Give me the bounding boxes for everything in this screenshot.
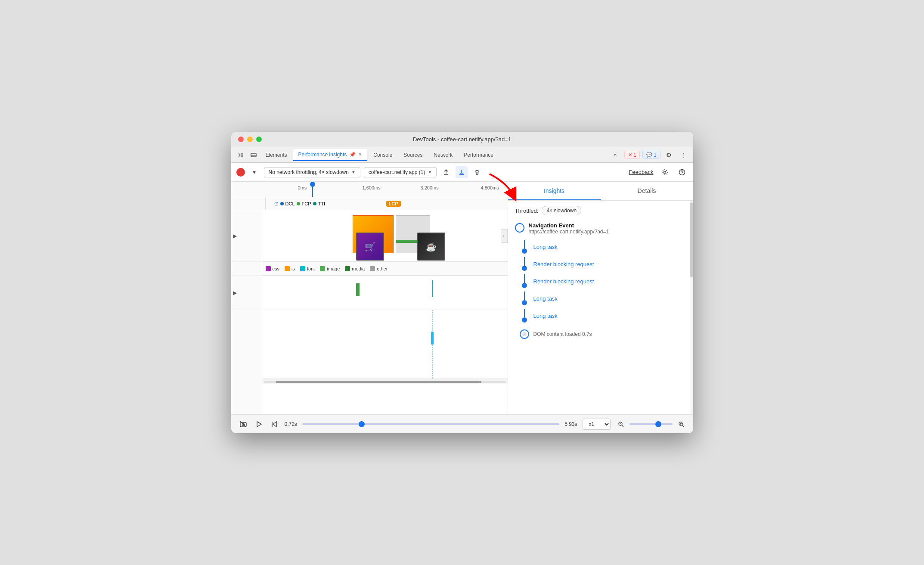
expand-row-2[interactable]: ▶: [231, 276, 262, 310]
tab-elements[interactable]: Elements: [260, 149, 292, 161]
tab-close-icon[interactable]: ✕: [358, 152, 362, 157]
tab-sources[interactable]: Sources: [398, 149, 428, 161]
timeline-items-list: Long task Render blocking request: [515, 238, 686, 339]
long-task-1-link[interactable]: Long task: [533, 244, 558, 250]
tab-details[interactable]: Details: [601, 182, 693, 200]
throttling-dropdown[interactable]: No network throttling, 4× slowdown ▼: [264, 167, 360, 177]
legend-label-other: other: [377, 266, 388, 271]
delete-icon[interactable]: [471, 166, 483, 178]
insights-content: Throttled: 4× slowdown Navigation Event …: [508, 201, 693, 414]
nav-event-circle: [515, 223, 524, 233]
legend-label-media: media: [352, 266, 365, 271]
svg-rect-0: [241, 154, 243, 156]
zoom-thumb[interactable]: [655, 421, 661, 427]
expand-icon-2[interactable]: ▶: [233, 290, 237, 296]
progress-thumb[interactable]: [359, 421, 365, 427]
speed-selector[interactable]: x1 x0.5 x2: [583, 419, 611, 430]
legend-font: font: [300, 266, 315, 271]
time-marker-1600ms: 1,600ms: [363, 185, 381, 190]
timeline-content: 🛒 ☕ › css: [262, 210, 508, 414]
maximize-button[interactable]: [256, 137, 262, 142]
blue-bar: [431, 332, 434, 345]
frames-area: ▶ ▶: [231, 210, 508, 414]
horizontal-scrollbar[interactable]: [262, 379, 508, 384]
long-task-3-link[interactable]: Long task: [533, 313, 558, 319]
zoom-slider[interactable]: [629, 423, 673, 425]
playback-progress[interactable]: [302, 423, 559, 425]
time-ruler: 0ms 1,600ms 3,200ms 4,800ms: [231, 182, 508, 197]
fcp-text: FCP: [302, 201, 311, 206]
expand-row-1[interactable]: ▶: [231, 210, 262, 262]
feedback-link[interactable]: Feedback: [629, 169, 653, 175]
time-end: 5.93s: [564, 421, 577, 427]
bottom-toolbar: 0.72s 5.93s x1 x0.5 x2: [231, 414, 693, 433]
traffic-lights: [238, 137, 262, 142]
close-button[interactable]: [238, 137, 244, 142]
svg-line-17: [682, 425, 684, 427]
record-button[interactable]: [236, 168, 245, 177]
thumbnail-2-inner: ☕: [418, 233, 444, 260]
camera-off-icon[interactable]: [238, 419, 248, 429]
tab-bar: Elements Performance insights 📌 ✕ Consol…: [231, 147, 693, 163]
thumbnail-1: 🛒: [356, 233, 384, 261]
fcp-dot: [297, 202, 300, 205]
download-icon[interactable]: [456, 166, 468, 178]
expand-icon-1[interactable]: ▶: [233, 233, 237, 239]
messages-badge[interactable]: 💬 1: [642, 151, 660, 159]
play-icon[interactable]: [254, 419, 264, 429]
tti-dot: [313, 202, 316, 205]
record-dropdown-icon[interactable]: ▼: [248, 166, 260, 178]
tab-console[interactable]: Console: [368, 149, 397, 161]
legend-label-css: css: [273, 266, 280, 271]
zoom-control: [616, 419, 686, 429]
render-blocking-1-link[interactable]: Render blocking request: [533, 261, 594, 267]
nav-event-text: Navigation Event https://coffee-cart.net…: [529, 222, 609, 235]
legend-color-font: [300, 266, 305, 271]
url-selector-dropdown[interactable]: coffee-cart.netlify.app (1) ▼: [364, 167, 437, 177]
legend-label-font: font: [307, 266, 315, 271]
long-task-2-link[interactable]: Long task: [533, 295, 558, 302]
tab-performance[interactable]: Performance: [459, 149, 499, 161]
scrollbar-thumb[interactable]: [276, 381, 482, 383]
tab-more[interactable]: »: [609, 149, 622, 161]
help-icon[interactable]: [676, 166, 688, 178]
zoom-in-icon[interactable]: [676, 419, 686, 429]
dom-loaded-circle: [520, 329, 529, 339]
tasks-row: [262, 276, 508, 310]
minimize-button[interactable]: [247, 137, 253, 142]
devtools-window: DevTools - coffee-cart.netlify.app/?ad=1…: [231, 132, 693, 433]
svg-point-3: [664, 171, 666, 173]
zoom-out-icon[interactable]: [616, 419, 626, 429]
legend-color-image: [320, 266, 325, 271]
dcl-text: DCL: [285, 201, 295, 206]
chevron-right-button[interactable]: ›: [501, 229, 508, 243]
tab-insights[interactable]: Insights: [508, 182, 601, 200]
time-needle[interactable]: [312, 182, 313, 197]
network-row: 🛒 ☕ ›: [262, 210, 508, 262]
time-start: 0.72s: [285, 421, 297, 427]
errors-badge[interactable]: ✕ 1: [624, 151, 640, 159]
inspect-icon[interactable]: [235, 149, 247, 161]
dcl-milestone: DCL FCP TTI: [278, 200, 328, 207]
vertical-scrollbar[interactable]: [690, 201, 693, 414]
time-marker-4800ms: 4,800ms: [481, 185, 499, 190]
render-blocking-2-link[interactable]: Render blocking request: [533, 278, 594, 285]
legend-image: image: [320, 266, 340, 271]
legend-label-image: image: [327, 266, 340, 271]
left-labels: ▶ ▶: [231, 210, 262, 414]
lcp-badge: LCP: [386, 201, 401, 207]
skip-back-icon[interactable]: [269, 419, 279, 429]
svg-point-2: [253, 155, 254, 156]
more-options-icon[interactable]: ⋮: [678, 149, 690, 161]
legend-other: other: [370, 266, 388, 271]
device-icon[interactable]: [248, 149, 260, 161]
window-title: DevTools - coffee-cart.netlify.app/?ad=1: [413, 136, 511, 143]
settings-gear-icon[interactable]: [659, 166, 671, 178]
scrollbar-track[interactable]: [264, 381, 506, 383]
legend-color-other: [370, 266, 375, 271]
tab-performance-insights[interactable]: Performance insights 📌 ✕: [293, 149, 368, 161]
svg-marker-9: [257, 422, 261, 427]
tab-network[interactable]: Network: [428, 149, 458, 161]
settings-icon[interactable]: ⚙: [663, 149, 675, 161]
upload-icon[interactable]: [440, 166, 452, 178]
